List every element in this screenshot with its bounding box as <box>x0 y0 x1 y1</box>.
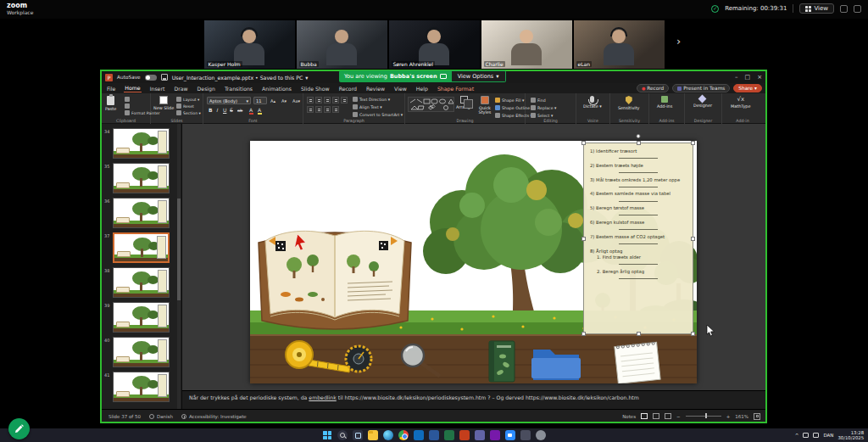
onenote-icon[interactable] <box>490 430 500 440</box>
justify-button[interactable] <box>332 106 339 113</box>
fit-to-window-icon[interactable] <box>754 413 760 420</box>
selection-handle[interactable] <box>691 237 695 241</box>
file-explorer-icon[interactable] <box>368 430 378 440</box>
strikethrough-button[interactable]: S <box>230 107 233 113</box>
selection-handle[interactable] <box>637 141 641 145</box>
selection-handle[interactable] <box>581 141 586 145</box>
tab-review[interactable]: Review <box>365 86 386 93</box>
accessibility-indicator[interactable]: Accessibility: Investigate <box>181 414 247 419</box>
select-button[interactable]: Select ▾ <box>531 113 553 118</box>
annotate-button[interactable] <box>8 418 30 439</box>
zoom-slider-knob[interactable] <box>705 413 708 418</box>
task-view-icon[interactable] <box>353 430 363 440</box>
autosave-toggle[interactable] <box>145 75 157 81</box>
convert-smartart-button[interactable]: Convert to SmartArt ▾ <box>353 112 403 117</box>
tab-home[interactable]: Home <box>124 85 141 93</box>
align-left-button[interactable] <box>307 106 314 113</box>
participant-tile[interactable]: Bubba <box>297 20 387 69</box>
edge-icon[interactable] <box>383 430 393 440</box>
selection-handle[interactable] <box>691 332 695 336</box>
zoom-in-button[interactable]: + <box>726 414 731 419</box>
tab-transitions[interactable]: Transitions <box>224 86 253 93</box>
task-list-shape[interactable]: 1) Identificer træsort 2) Bestem træets … <box>583 143 693 334</box>
current-slide[interactable]: 1) Identificer træsort 2) Bestem træets … <box>250 141 697 383</box>
present-in-teams-button[interactable]: Present in Teams <box>672 84 730 92</box>
slide-thumbnail-39[interactable]: 39 <box>102 301 182 335</box>
tray-expand-caret[interactable]: ^ <box>795 433 799 438</box>
zoom-slider[interactable] <box>686 416 721 417</box>
cut-button[interactable] <box>125 97 130 102</box>
font-name-select[interactable]: Aptos (Body)▾ <box>207 97 251 104</box>
thumbnail-scrollbar[interactable] <box>177 124 181 409</box>
record-button[interactable]: ● Record <box>637 84 669 92</box>
designer-button[interactable]: Designer <box>693 96 712 108</box>
tab-insert[interactable]: Insert <box>149 86 166 93</box>
view-options-button[interactable]: View Options ▾ <box>452 70 506 82</box>
tab-draw[interactable]: Draw <box>173 86 188 93</box>
close-button[interactable]: × <box>757 74 762 81</box>
tab-record[interactable]: Record <box>338 86 358 93</box>
tab-slide-show[interactable]: Slide Show <box>300 86 331 93</box>
tab-design[interactable]: Design <box>197 86 216 93</box>
zoom-app-icon[interactable] <box>505 430 515 440</box>
slide-number-indicator[interactable]: Slide 37 of 50 <box>108 414 141 419</box>
find-button[interactable]: Find <box>531 98 546 103</box>
tab-animations[interactable]: Animations <box>261 86 292 93</box>
mathtype-button[interactable]: √x MathType <box>731 96 750 109</box>
restore-button[interactable]: □ <box>745 74 751 81</box>
notes-link[interactable]: embedlink <box>309 394 336 400</box>
zoom-percentage[interactable]: 161% <box>735 414 748 419</box>
tab-view[interactable]: View <box>393 86 408 93</box>
align-center-button[interactable] <box>315 106 322 113</box>
dictate-button[interactable]: Dictate ▾ <box>583 96 602 109</box>
increase-indent-button[interactable] <box>332 97 339 104</box>
participant-tile[interactable]: Søren Ahrenkiel <box>389 20 480 69</box>
bold-button[interactable]: B <box>209 107 213 113</box>
new-slide-button[interactable]: New Slide <box>153 96 174 110</box>
minimize-button[interactable]: – <box>735 74 738 81</box>
selection-handle[interactable] <box>637 332 641 336</box>
view-button[interactable]: View <box>799 3 834 14</box>
reset-button[interactable]: Reset <box>176 104 194 109</box>
quick-styles-button[interactable]: Quick Styles <box>476 96 493 115</box>
slide-sorter-view-icon[interactable] <box>653 413 659 419</box>
clock[interactable]: 13:28 30/10/2025 <box>837 430 864 441</box>
sensitivity-button[interactable]: Sensitivity <box>618 96 639 110</box>
shape-fill-button[interactable]: Shape Fill ▾ <box>495 98 524 103</box>
grow-font-button[interactable]: A▴ <box>270 98 275 104</box>
text-direction-button[interactable]: Text Direction ▾ <box>353 97 390 102</box>
change-case-button[interactable]: Aa▾ <box>292 98 300 104</box>
font-color-button[interactable]: A <box>249 107 253 113</box>
underline-button[interactable]: U <box>223 107 226 113</box>
start-button[interactable] <box>322 430 332 440</box>
slide-thumbnail-34[interactable]: 34 <box>102 127 182 161</box>
copy-button[interactable] <box>125 104 130 109</box>
excel-icon[interactable] <box>444 430 454 440</box>
next-participants-button[interactable]: › <box>676 36 681 47</box>
share-button[interactable]: Share ▾ <box>733 84 762 92</box>
slide-thumbnail-36[interactable]: 36 <box>102 197 182 231</box>
app-icon[interactable] <box>520 430 531 440</box>
numbering-button[interactable] <box>315 97 322 104</box>
bullets-button[interactable] <box>307 97 314 104</box>
selection-handle[interactable] <box>581 332 586 336</box>
shadow-button[interactable]: ab <box>237 108 242 113</box>
outlook-icon[interactable] <box>414 430 424 440</box>
slide-thumbnail-35[interactable]: 35 <box>102 162 182 196</box>
replace-button[interactable]: Replace ▾ <box>531 105 556 110</box>
chrome-icon[interactable] <box>398 430 409 440</box>
align-right-button[interactable] <box>324 106 331 113</box>
slide-thumbnail-41[interactable]: 41 <box>102 371 182 405</box>
layout-button[interactable]: Layout ▾ <box>176 97 199 102</box>
teams-icon[interactable] <box>475 430 485 440</box>
word-icon[interactable] <box>429 430 439 440</box>
settings-icon[interactable] <box>536 430 546 440</box>
language-indicator[interactable]: Danish <box>149 414 173 419</box>
wifi-icon[interactable] <box>803 433 809 438</box>
notes-toggle-button[interactable]: Notes <box>622 414 636 419</box>
slide-thumbnail-37-selected[interactable]: 37 <box>102 232 182 266</box>
fullscreen-icon[interactable] <box>854 5 861 13</box>
selection-handle[interactable] <box>691 141 695 145</box>
taskbar-search-icon[interactable] <box>337 430 348 440</box>
slide-thumbnail-38[interactable]: 38 <box>102 266 182 300</box>
